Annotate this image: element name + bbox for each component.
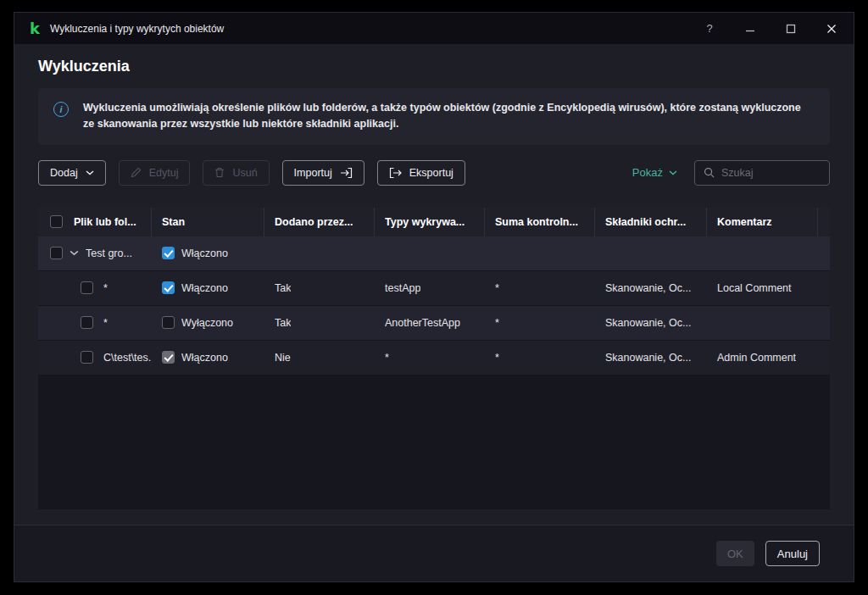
titlebar: k Wykluczenia i typy wykrytych obiektów … (14, 13, 854, 44)
table-row[interactable]: * Włączono Tak testApp * Skanowanie, Oc.… (38, 271, 830, 306)
select-all-checkbox[interactable] (50, 215, 63, 228)
row-state-checkbox[interactable] (162, 351, 175, 364)
header-checksum: Suma kontroln... (485, 208, 595, 236)
maximize-button[interactable] (784, 22, 798, 36)
row-components: Skanowanie, Oc... (605, 352, 691, 364)
search-box (694, 160, 830, 186)
show-dropdown-label: Pokaż (632, 166, 663, 179)
minus-icon (745, 24, 755, 34)
header-added-by: Dodano przez... (264, 208, 375, 236)
row-state-checkbox[interactable] (162, 281, 175, 294)
row-components: Skanowanie, Oc... (605, 317, 691, 329)
row-file: * (103, 282, 108, 294)
group-state-checkbox[interactable] (162, 247, 175, 259)
header-scrollbar-spacer (818, 208, 830, 236)
minimize-button[interactable] (743, 22, 757, 36)
app-window: k Wykluczenia i typy wykrytych obiektów … (14, 12, 854, 582)
import-button[interactable]: Importuj (282, 160, 364, 186)
search-icon (704, 167, 715, 178)
kaspersky-logo-icon: k (30, 21, 40, 36)
row-file: * (103, 317, 108, 329)
header-comment: Komentarz (707, 208, 818, 236)
row-comment: Local Comment (717, 282, 792, 294)
group-collapse-chevron-icon[interactable] (70, 250, 79, 256)
row-components: Skanowanie, Oc... (605, 282, 691, 294)
table-body: Test gro... Włączono (38, 236, 830, 375)
delete-button-label: Usuń (232, 167, 257, 179)
close-button[interactable] (825, 22, 838, 36)
square-icon (786, 24, 796, 34)
exclusions-table: Plik lub fol... Stan Dodano przez... Typ… (38, 208, 830, 509)
row-types: testApp (385, 282, 420, 294)
toolbar: Dodaj Edytuj Usuń Importuj Eksportuj (38, 160, 830, 186)
export-icon (389, 167, 402, 179)
row-types: * (385, 352, 389, 364)
table-row[interactable]: C\test\tes... Włączono Nie * * Skanowani… (38, 341, 830, 375)
row-state-label: Wyłączono (181, 317, 233, 329)
pencil-icon (131, 167, 142, 178)
row-checksum: * (495, 282, 499, 294)
add-button[interactable]: Dodaj (38, 160, 106, 186)
window-controls: ? (703, 22, 838, 36)
row-select-checkbox[interactable] (81, 351, 93, 364)
delete-button[interactable]: Usuń (203, 160, 269, 186)
table-group-row[interactable]: Test gro... Włączono (38, 236, 830, 271)
search-input[interactable] (721, 167, 821, 179)
show-dropdown[interactable]: Pokaż (632, 166, 677, 179)
import-button-label: Importuj (294, 167, 332, 179)
row-added-by: Tak (275, 282, 291, 294)
export-button-label: Eksportuj (409, 167, 453, 179)
group-state-label: Włączono (181, 247, 228, 259)
row-types: AnotherTestApp (385, 317, 460, 329)
edit-button[interactable]: Edytuj (119, 160, 191, 186)
table-header-row: Plik lub fol... Stan Dodano przez... Typ… (38, 208, 830, 236)
row-select-checkbox[interactable] (81, 316, 93, 329)
chevron-down-icon (669, 170, 677, 175)
toolbar-right: Pokaż (632, 160, 830, 186)
window-title: Wykluczenia i typy wykrytych obiektów (50, 23, 224, 35)
dialog-footer: OK Anuluj (14, 525, 854, 581)
table-row[interactable]: * Wyłączono Tak AnotherTestApp * Skanowa… (38, 306, 830, 341)
row-select-checkbox[interactable] (81, 281, 93, 294)
header-state: Stan (152, 208, 264, 236)
info-text: Wykluczenia umożliwiają określenie plikó… (83, 100, 815, 133)
chevron-down-icon (86, 170, 94, 175)
help-button[interactable]: ? (703, 22, 716, 36)
row-state-label: Włączono (181, 282, 228, 294)
header-file-label: Plik lub fol... (74, 216, 136, 228)
row-comment: Admin Comment (717, 352, 796, 364)
ok-button[interactable]: OK (716, 541, 754, 566)
edit-button-label: Edytuj (149, 167, 179, 179)
row-file: C\test\tes... (103, 352, 152, 364)
row-added-by: Nie (275, 352, 291, 364)
info-banner: i Wykluczenia umożliwiają określenie pli… (38, 88, 830, 145)
group-name: Test gro... (86, 247, 132, 259)
info-icon: i (53, 102, 69, 117)
header-file: Plik lub fol... (38, 208, 152, 236)
add-button-label: Dodaj (50, 167, 78, 179)
header-components: Składniki ochr... (595, 208, 707, 236)
export-button[interactable]: Eksportuj (377, 160, 465, 186)
trash-icon (214, 167, 225, 178)
dialog-content: Wykluczenia i Wykluczenia umożliwiają ok… (14, 44, 854, 525)
row-checksum: * (495, 352, 499, 364)
close-icon (826, 24, 837, 34)
row-added-by: Tak (275, 317, 291, 329)
group-select-checkbox[interactable] (50, 247, 63, 259)
row-state-checkbox[interactable] (162, 316, 175, 329)
row-state-label: Włączono (181, 352, 228, 364)
header-types: Typy wykrywa... (375, 208, 485, 236)
import-icon (340, 167, 353, 179)
page-title: Wykluczenia (38, 58, 830, 75)
cancel-button[interactable]: Anuluj (765, 541, 820, 566)
row-checksum: * (495, 317, 499, 329)
